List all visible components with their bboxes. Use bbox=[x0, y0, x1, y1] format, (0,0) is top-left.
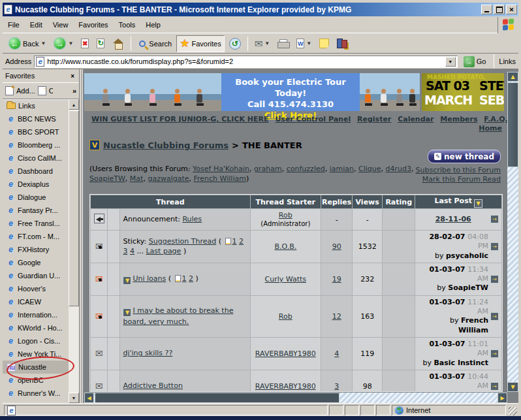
menu-item-file[interactable]: File bbox=[3, 19, 25, 31]
nav-link-register[interactable]: Register bbox=[357, 115, 391, 123]
minimize-button[interactable] bbox=[481, 5, 492, 14]
last-post-date-link[interactable]: 28-11-06 bbox=[435, 215, 471, 223]
thread-title-link[interactable]: I may be about to break the board, very … bbox=[123, 306, 233, 326]
address-input[interactable]: http://www.nucastle.co.uk/forumdisplay.p… bbox=[34, 56, 457, 68]
browsing-user-link[interactable]: graham bbox=[254, 165, 282, 173]
favorite-item-kworld-ho-[interactable]: eKWorld - Ho... bbox=[3, 321, 69, 334]
favorites-scrollbar[interactable]: ▲ ▼ bbox=[69, 99, 79, 403]
thread-page-link[interactable]: 4 bbox=[130, 247, 134, 255]
research-button[interactable] bbox=[334, 35, 351, 52]
segway-photo-right[interactable] bbox=[360, 73, 420, 111]
favorite-item-new-york-ti-[interactable]: eNew York Ti... bbox=[3, 347, 69, 361]
header-thread-starter[interactable]: Thread Starter bbox=[251, 195, 321, 208]
favorite-item-openbc[interactable]: eopenBC bbox=[3, 374, 69, 387]
add-favorite-icon[interactable] bbox=[5, 86, 14, 95]
browsing-user-link[interactable]: Clique bbox=[358, 165, 381, 173]
thread-page-link[interactable]: 2 bbox=[239, 237, 244, 246]
refresh-button[interactable]: ↻ bbox=[93, 35, 108, 52]
thread-page-link[interactable]: 2 bbox=[189, 274, 193, 283]
favorite-item-icaew[interactable]: eICAEW bbox=[3, 295, 69, 308]
favorite-item-free-transl-[interactable]: eFree Transl... bbox=[3, 217, 69, 230]
stop-button[interactable]: ✖ bbox=[78, 35, 92, 52]
title-bar[interactable]: Nucastle Clubbing Forums - THE BANTER - … bbox=[3, 3, 518, 16]
go-button[interactable]: → Go bbox=[460, 53, 490, 70]
organize-favorites-label[interactable]: Organize... bbox=[49, 87, 53, 95]
favorite-item-bbc-sport[interactable]: eBBC SPORT bbox=[3, 125, 69, 138]
organize-favorites-icon[interactable] bbox=[38, 86, 46, 95]
thread-title-link[interactable]: Suggestion Thread bbox=[149, 237, 216, 246]
favorite-item-bloomberg-[interactable]: eBloomberg ... bbox=[3, 138, 69, 152]
header-thread[interactable]: Thread bbox=[91, 195, 250, 208]
search-button[interactable]: Search bbox=[134, 35, 175, 52]
replies-count-link[interactable]: 12 bbox=[332, 312, 341, 321]
page-scroll-right-icon[interactable]: ▶ bbox=[497, 393, 507, 403]
favorites-overflow-chevron[interactable]: » bbox=[72, 87, 76, 95]
favorite-item-nucastle[interactable]: nuNucastle bbox=[3, 361, 69, 374]
ad-banner[interactable]: Book your Electric Tour Today! Call 415.… bbox=[84, 73, 504, 111]
favorite-item-dexiaplus[interactable]: eDexiaplus bbox=[3, 178, 69, 191]
segway-photo-left[interactable] bbox=[84, 73, 221, 111]
goto-last-post-icon[interactable]: → bbox=[490, 382, 499, 391]
back-dropdown-icon[interactable]: ▼ bbox=[40, 40, 46, 46]
browsing-user-link[interactable]: confuzzled bbox=[287, 165, 325, 173]
menu-item-view[interactable]: View bbox=[48, 19, 74, 31]
goto-first-unread-icon[interactable]: ▼ bbox=[123, 276, 131, 285]
favorite-item-google[interactable]: eGoogle bbox=[3, 256, 69, 269]
new-thread-button[interactable]: ✎ new thread bbox=[428, 150, 501, 163]
history-button[interactable]: ↺ bbox=[226, 35, 244, 52]
goto-first-unread-icon[interactable]: ▼ bbox=[123, 308, 131, 317]
mark-read-link[interactable]: Mark this Forum Read bbox=[422, 175, 501, 184]
favorites-panel-close-icon[interactable]: × bbox=[69, 73, 76, 80]
menu-item-favorites[interactable]: Favorites bbox=[73, 19, 113, 31]
nav-link-home[interactable]: Home bbox=[479, 124, 502, 133]
page-scroll-up-icon[interactable]: ▲ bbox=[507, 72, 518, 82]
thread-starter-link[interactable]: RAVERBABY1980 bbox=[255, 349, 316, 358]
nav-link-members[interactable]: Members bbox=[440, 115, 477, 123]
replies-count-link[interactable]: 3 bbox=[334, 382, 339, 391]
replies-count-link[interactable]: 19 bbox=[332, 275, 341, 283]
home-button[interactable] bbox=[109, 35, 127, 52]
mail-button[interactable]: ✉ ▼ bbox=[251, 35, 274, 52]
goto-last-post-icon[interactable]: → bbox=[490, 312, 499, 321]
thread-starter-link[interactable]: RAVERBABY1980 bbox=[255, 382, 316, 391]
browsing-user-link[interactable]: Yosef Ha'Kohain bbox=[193, 165, 249, 173]
menu-item-help[interactable]: Help bbox=[140, 19, 166, 31]
close-button[interactable] bbox=[506, 5, 517, 14]
discuss-button[interactable] bbox=[316, 35, 332, 52]
thread-title-link[interactable]: Rules bbox=[182, 215, 202, 223]
links-toolbar-label[interactable]: Links bbox=[499, 57, 516, 65]
thread-page-link[interactable]: 3 bbox=[123, 247, 127, 255]
edit-dropdown-icon[interactable]: ▼ bbox=[306, 40, 311, 46]
mail-dropdown-icon[interactable]: ▼ bbox=[264, 40, 270, 46]
page-vertical-scrollbar[interactable]: ▲ ▼ bbox=[507, 72, 518, 392]
favorite-item-hoover-s[interactable]: eHoover's bbox=[3, 282, 69, 295]
favorite-item-guardian-u-[interactable]: eGuardian U... bbox=[3, 269, 69, 282]
page-scroll-down-icon[interactable]: ▼ bbox=[507, 382, 518, 392]
nav-link-calendar[interactable]: Calendar bbox=[398, 115, 434, 123]
sort-descending-icon[interactable]: ▼ bbox=[474, 199, 482, 208]
browsing-user-link[interactable]: gazwalgate bbox=[148, 174, 189, 183]
nav-link-user[interactable]: User Control Panel bbox=[275, 115, 351, 123]
thread-starter-link[interactable]: B.O.B. bbox=[274, 242, 296, 251]
header-views[interactable]: Views bbox=[353, 195, 382, 208]
favorite-item-bbc-news[interactable]: eBBC NEWS bbox=[3, 112, 69, 125]
menu-item-edit[interactable]: Edit bbox=[25, 19, 48, 31]
browsing-user-link[interactable]: Mat bbox=[130, 174, 144, 183]
browsing-user-link[interactable]: French William bbox=[194, 174, 246, 183]
back-button[interactable]: ← Back ▼ bbox=[5, 35, 49, 52]
maximize-button[interactable] bbox=[494, 5, 505, 14]
thread-title-link[interactable]: Addictive Button bbox=[123, 381, 182, 390]
page-vscroll-thumb[interactable] bbox=[507, 82, 518, 167]
goto-last-post-icon[interactable]: → bbox=[490, 349, 499, 358]
goto-last-post-icon[interactable]: → bbox=[490, 242, 499, 251]
favorite-item-runner-s-w-[interactable]: eRunner's W... bbox=[3, 387, 69, 400]
browsing-user-link[interactable]: iamian bbox=[330, 165, 354, 173]
favorite-item-links[interactable]: Links bbox=[3, 99, 69, 112]
favorites-button[interactable]: ★ Favorites bbox=[176, 35, 225, 52]
address-dropdown-icon[interactable]: ▼ bbox=[445, 57, 456, 67]
resize-grip[interactable] bbox=[509, 407, 517, 415]
breadcrumb-forum-link[interactable]: Nucastle Clubbing Forums bbox=[103, 140, 229, 150]
nav-link-win[interactable]: WIN GUEST LIST FOR JUNIOR-G, CLICK HERE bbox=[91, 115, 269, 123]
edit-with-word-button[interactable]: W ▼ bbox=[293, 35, 315, 52]
browsing-user-link[interactable]: d4rud3 bbox=[386, 165, 411, 173]
